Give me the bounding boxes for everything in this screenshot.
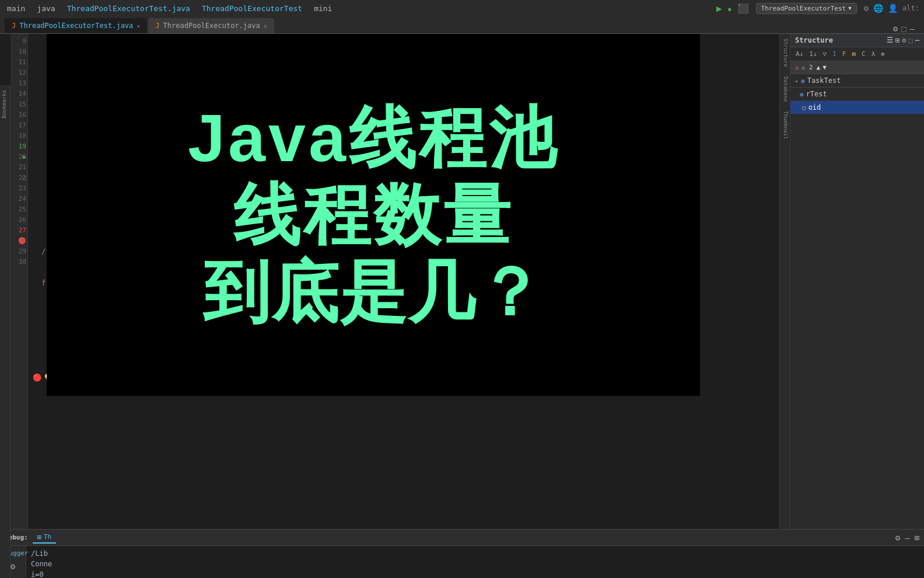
debug-body: Debugger ⚙ ↓ ↑ ▶ ⏸ ⬛ /Lib Conne i=0 线程池 … [0, 546, 924, 578]
settings-icon[interactable]: ⚙ [864, 4, 869, 13]
oid-row[interactable]: ○ oid [790, 101, 924, 114]
tab-close-1[interactable]: ✕ [136, 23, 140, 29]
filter-btn[interactable]: ▽ [821, 50, 829, 58]
ln-20: 20 [12, 152, 26, 162]
debug-tab-th[interactable]: ⊞ Th [33, 532, 56, 544]
menu-file2[interactable]: ThreadPoolExecutorTest [200, 3, 304, 14]
debug-play-icon[interactable]: ⬧ [727, 3, 733, 14]
method-circle-icon: ○ [802, 104, 806, 112]
debug-tab-label: Th [44, 533, 51, 541]
bookmarks-tab[interactable]: Bookmarks [0, 85, 10, 123]
ln-19: 19 ▶ [12, 141, 26, 152]
warning-up-btn[interactable]: ▲ [817, 64, 821, 71]
ln-17: 17 [12, 120, 26, 131]
structure-list-icon[interactable]: ☰ [887, 36, 893, 44]
overlay-line1: Java线程池 [188, 99, 559, 176]
lambda-icon[interactable]: λ [870, 50, 877, 58]
stop-icon[interactable]: ⬛ [737, 3, 749, 14]
ln-24: 24 [12, 194, 26, 204]
minimize-icon[interactable]: — [910, 24, 915, 33]
ln-29: 29 [12, 246, 26, 257]
structure-minimize-icon[interactable]: — [915, 36, 919, 44]
ln-11: 11 [12, 57, 26, 68]
oid-label: oid [808, 103, 821, 112]
rtest-row[interactable]: ◉ rTest [790, 88, 924, 101]
ln-10: 10 [12, 47, 26, 57]
warning-down-btn[interactable]: ▼ [822, 64, 827, 71]
run-config[interactable]: ThreadPoolExecutorTest ▼ [756, 3, 857, 14]
profile-icon[interactable]: 👤 [888, 4, 898, 13]
globe-icon[interactable]: 🌐 [873, 4, 883, 13]
ln-12: 12 [12, 68, 26, 78]
tab-threadpoolexecutor[interactable]: J ThreadPoolExecutor.java ✕ [148, 18, 274, 33]
expand-icon[interactable]: ⬚ [901, 24, 906, 33]
locate-btn[interactable]: ⊕ [879, 50, 887, 58]
tab-threadpooltest[interactable]: J ThreadPoolExecutorTest.java ✕ [5, 18, 147, 33]
ln-18: 18 [12, 131, 26, 141]
play-icon[interactable]: ▶ [716, 3, 722, 14]
alt-label: alt: [902, 4, 919, 12]
ln-28: 28 [12, 236, 26, 246]
task-test-label: TaskTest [807, 76, 841, 85]
class-circle-icon-2: ◉ [800, 90, 804, 98]
ln-23: 23 [12, 183, 26, 194]
ln-27: 27 🔴 [12, 225, 26, 236]
debug-minimize-icon[interactable]: — [905, 533, 909, 542]
menu-file1[interactable]: ThreadPoolExecutorTest.java [65, 3, 192, 14]
sort-alpha-btn[interactable]: A↓ [794, 50, 805, 58]
ln-14: 14 [12, 89, 26, 99]
menu-java[interactable]: java [34, 3, 57, 14]
menu-mini[interactable]: mini [312, 3, 334, 14]
ln-30: 30 [12, 257, 26, 267]
layout-icon[interactable]: ⊞ [915, 533, 919, 542]
expand-circle-icon: ▸ [795, 78, 799, 84]
java-file-icon-2: J [155, 22, 159, 30]
left-vert-tabs: Bookmarks [0, 85, 10, 578]
method-btn[interactable]: m [850, 50, 858, 58]
tab-label-2: ThreadPoolExecutor.java [163, 22, 260, 30]
warning-count: ⚠ 2 [802, 64, 813, 71]
structure-toolbar: A↓ 1↓ ▽ I F m C λ ⊕ [790, 47, 924, 61]
debug-window-icon: ⊞ [37, 533, 41, 541]
menu-main[interactable]: main [5, 3, 27, 14]
console-line-1: /Lib [31, 548, 919, 559]
debug-panel: Debug: ⊞ Th ⚙ — ⊞ Debugger ⚙ ↓ ↑ ▶ ⏸ ⬛ /… [0, 529, 924, 578]
menu-bar: main java ThreadPoolExecutorTest.java Th… [0, 0, 924, 16]
tab-bar: J ThreadPoolExecutorTest.java ✕ J Thread… [0, 16, 924, 34]
structure-settings-icon[interactable]: ⚙ [902, 36, 906, 44]
debug-header: Debug: ⊞ Th ⚙ — ⊞ [0, 530, 924, 546]
ln-22: 22 [12, 173, 26, 183]
panel-settings-icon[interactable]: ⚙ [893, 24, 898, 33]
field-btn[interactable]: F [841, 50, 848, 58]
constructor-btn[interactable]: C [860, 50, 867, 58]
right-panel: Structure ☰ ⊞ ⚙ ⬚ — A↓ 1↓ ▽ I F m C λ ⊕ … [790, 34, 924, 529]
ln-9: 9 [12, 36, 26, 47]
interface-btn[interactable]: I [831, 50, 838, 58]
overlay-line3: 到底是几？ [188, 253, 559, 330]
structure-expand-icon[interactable]: ⬚ [909, 36, 913, 44]
task-test-row[interactable]: ▸ ◉ TaskTest [790, 74, 924, 88]
warning-icon: ⚠ [795, 64, 799, 71]
structure-header: Structure ☰ ⊞ ⚙ ⬚ — [790, 34, 924, 47]
thumbnail-side-tab[interactable]: Thumbnail [780, 106, 790, 144]
overlay-text: Java线程池 线程数量 到底是几？ [176, 88, 570, 343]
sort-num-btn[interactable]: 1↓ [807, 50, 818, 58]
structure-indent-icon[interactable]: ⊞ [895, 36, 900, 44]
chevron-down-icon[interactable]: ▼ [848, 5, 851, 11]
overlay-image: Java线程池 线程数量 到底是几？ [47, 34, 700, 396]
ln-15: 15 [12, 99, 26, 110]
console-line-3: i=0 [31, 569, 919, 578]
ln-26: 26 [12, 215, 26, 225]
tab-label-1: ThreadPoolExecutorTest.java [19, 22, 133, 30]
ln-13: 13 [12, 78, 26, 89]
run-config-label: ThreadPoolExecutorTest [761, 5, 846, 12]
ln-25: 25 [12, 204, 26, 215]
class-circle-icon: ◉ [801, 77, 805, 85]
rtest-label: rTest [806, 90, 827, 98]
structure-side-tab[interactable]: Structure [780, 34, 790, 72]
debug-settings-icon[interactable]: ⚙ [895, 533, 900, 542]
ln-21: 21 ○ [12, 162, 26, 173]
tab-close-2[interactable]: ✕ [264, 23, 267, 29]
database-side-tab[interactable]: Database [780, 72, 790, 106]
java-file-icon-1: J [12, 22, 16, 30]
